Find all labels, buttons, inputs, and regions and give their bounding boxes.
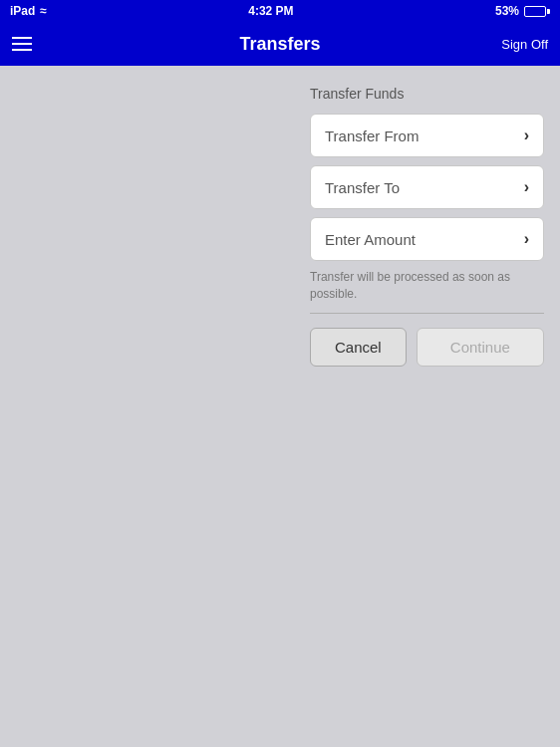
battery-percent: 53% [495, 4, 519, 18]
nav-title: Transfers [239, 34, 320, 55]
battery-icon [524, 6, 550, 17]
status-time: 4:32 PM [248, 4, 293, 18]
transfer-to-row[interactable]: Transfer To › [310, 165, 544, 209]
left-panel [0, 66, 294, 747]
info-text: Transfer will be processed as soon as po… [310, 269, 544, 303]
transfer-from-label: Transfer From [325, 127, 419, 144]
transfer-from-chevron: › [524, 126, 529, 144]
sign-off-button[interactable]: Sign Off [501, 37, 548, 52]
divider [310, 313, 544, 314]
enter-amount-chevron: › [524, 230, 529, 248]
menu-icon[interactable] [12, 37, 32, 51]
status-bar: iPad ≈ 4:32 PM 53% [0, 0, 560, 22]
section-title: Transfer Funds [310, 86, 544, 102]
transfer-from-row[interactable]: Transfer From › [310, 114, 544, 157]
status-bar-right: 53% [495, 4, 550, 18]
main-layout: Transfer Funds Transfer From › Transfer … [0, 66, 560, 747]
right-panel: Transfer Funds Transfer From › Transfer … [294, 66, 560, 747]
nav-bar: Transfers Sign Off [0, 22, 560, 66]
wifi-icon: ≈ [40, 4, 47, 18]
button-row: Cancel Continue [310, 328, 544, 367]
enter-amount-label: Enter Amount [325, 231, 416, 248]
device-label: iPad [10, 4, 35, 18]
transfer-to-chevron: › [524, 178, 529, 196]
transfer-to-label: Transfer To [325, 179, 400, 196]
status-bar-left: iPad ≈ [10, 4, 47, 18]
continue-button[interactable]: Continue [417, 328, 544, 367]
cancel-button[interactable]: Cancel [310, 328, 407, 367]
enter-amount-row[interactable]: Enter Amount › [310, 217, 544, 261]
